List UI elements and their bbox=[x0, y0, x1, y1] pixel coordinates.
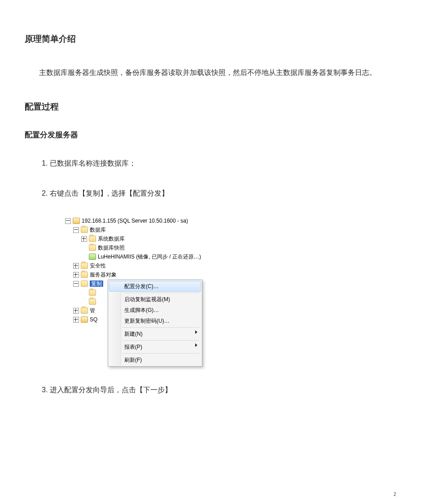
folder-icon bbox=[81, 263, 88, 269]
tree-item-security[interactable]: 安全性 bbox=[73, 262, 399, 270]
menu-item-refresh[interactable]: 刷新(F) bbox=[109, 355, 201, 365]
heading-principle: 原理简单介绍 bbox=[25, 33, 399, 45]
step-3: 3. 进入配置分发向导后，点击【下一步】 bbox=[42, 384, 399, 397]
menu-item-launch-monitor[interactable]: 启动复制监视器(M) bbox=[109, 294, 201, 305]
tree-label: SQ bbox=[90, 317, 97, 322]
expand-icon[interactable] bbox=[73, 263, 79, 269]
tree-label: 管 bbox=[90, 308, 95, 313]
tree-label: 192.168.1.155 (SQL Server 10.50.1600 - s… bbox=[82, 218, 188, 224]
heading-config-process: 配置过程 bbox=[25, 101, 399, 113]
expand-icon[interactable] bbox=[73, 272, 79, 278]
tree-item-system-databases[interactable]: 系统数据库 bbox=[81, 235, 399, 243]
step-2: 2. 右键点击【复制】, 选择【配置分发】 bbox=[42, 187, 399, 200]
expand-icon[interactable] bbox=[81, 236, 87, 242]
submenu-arrow-icon bbox=[195, 343, 197, 347]
expand-icon[interactable] bbox=[73, 308, 79, 314]
folder-icon bbox=[81, 227, 88, 233]
folder-icon bbox=[89, 236, 96, 242]
menu-item-reports[interactable]: 报表(P) bbox=[109, 342, 201, 352]
menu-item-generate-scripts[interactable]: 生成脚本(G)… bbox=[109, 305, 201, 316]
tree-item-server-objects[interactable]: 服务器对象 bbox=[73, 271, 399, 279]
tree-label: 系统数据库 bbox=[98, 236, 125, 241]
collapse-icon[interactable] bbox=[73, 227, 79, 233]
server-icon bbox=[73, 218, 80, 224]
step-1: 1. 已数据库名称连接数据库； bbox=[42, 157, 399, 170]
collapse-icon[interactable] bbox=[73, 281, 79, 287]
tree-label: 数据库快照 bbox=[98, 245, 125, 250]
menu-item-configure-distribution[interactable]: 配置分发(C)… bbox=[109, 281, 201, 292]
tree-label: 服务器对象 bbox=[90, 272, 117, 277]
page-number: 2 bbox=[393, 491, 396, 497]
menu-item-label: 更新复制密码(U)… bbox=[124, 318, 170, 324]
tree-item-db-snapshots[interactable]: 数据库快照 bbox=[81, 244, 399, 252]
menu-item-label: 启动复制监视器(M) bbox=[124, 296, 170, 302]
intro-paragraph: 主数据库服务器生成快照，备份库服务器读取并加载该快照，然后不停地从主数据库服务器… bbox=[25, 65, 399, 81]
context-menu: 配置分发(C)… 启动复制监视器(M) 生成脚本(G)… 更新复制密码(U)… … bbox=[108, 280, 202, 367]
tree-label-selected: 复制 bbox=[90, 280, 103, 287]
database-icon bbox=[89, 254, 96, 260]
menu-item-label: 刷新(F) bbox=[124, 357, 142, 363]
tree-label: 数据库 bbox=[90, 227, 106, 232]
sql-server-object-explorer-tree: 192.168.1.155 (SQL Server 10.50.1600 - s… bbox=[65, 217, 399, 365]
tree-label: 安全性 bbox=[90, 263, 106, 268]
collapse-icon[interactable] bbox=[65, 218, 71, 224]
folder-icon bbox=[89, 289, 96, 296]
menu-item-new[interactable]: 新建(N) bbox=[109, 329, 201, 339]
tree-item-server-root[interactable]: 192.168.1.155 (SQL Server 10.50.1600 - s… bbox=[65, 217, 399, 225]
menu-item-update-password[interactable]: 更新复制密码(U)… bbox=[109, 316, 201, 326]
menu-item-label: 生成脚本(G)… bbox=[124, 307, 159, 313]
folder-icon bbox=[89, 298, 96, 305]
menu-item-label: 配置分发(C)… bbox=[124, 283, 159, 289]
tree-item-databases[interactable]: 数据库 bbox=[73, 226, 399, 234]
folder-icon bbox=[89, 245, 96, 251]
submenu-arrow-icon bbox=[195, 330, 197, 334]
tree-label: LuHeHINAMIIS (镜像, 已同步 / 正在还原…) bbox=[98, 254, 201, 259]
menu-item-label: 新建(N) bbox=[124, 331, 143, 337]
agent-icon bbox=[81, 316, 88, 323]
folder-icon bbox=[81, 307, 88, 314]
expand-icon[interactable] bbox=[73, 317, 79, 323]
folder-icon bbox=[81, 280, 88, 287]
menu-item-label: 报表(P) bbox=[124, 344, 142, 350]
tree-item-user-database[interactable]: LuHeHINAMIIS (镜像, 已同步 / 正在还原…) bbox=[81, 253, 399, 261]
folder-icon bbox=[81, 272, 88, 278]
heading-config-distribution-server: 配置分发服务器 bbox=[25, 130, 399, 140]
